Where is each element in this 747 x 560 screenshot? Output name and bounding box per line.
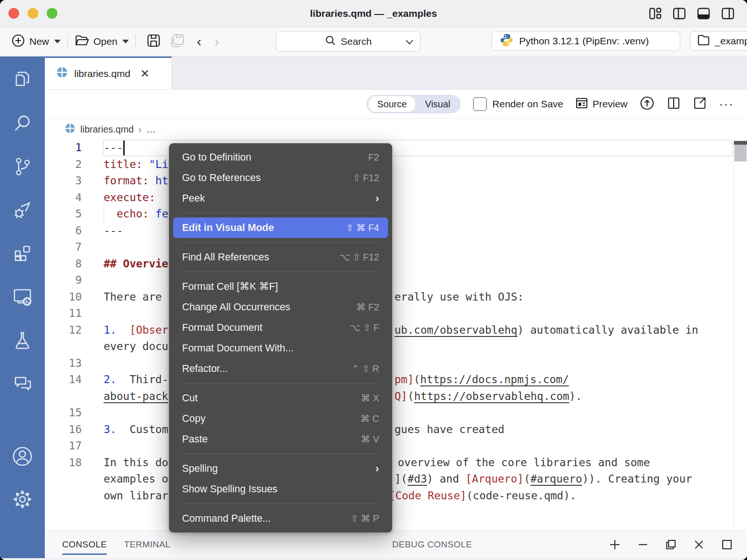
- menu-item-copy[interactable]: Copy⌘ C: [173, 408, 388, 429]
- breadcrumb-file[interactable]: libraries.qmd: [80, 124, 134, 135]
- code-segment: 1.: [104, 324, 117, 336]
- more-actions-icon[interactable]: ···: [719, 97, 734, 112]
- code-row[interactable]: 18In this dooverview of the core librari…: [45, 455, 747, 471]
- code-row[interactable]: 142. Third-pm](https://docs.npmjs.com/: [45, 371, 747, 388]
- circle-plus-icon: [11, 34, 25, 50]
- maximize-panel-icon[interactable]: [721, 539, 733, 551]
- visual-mode-button[interactable]: Visual: [416, 96, 459, 112]
- source-mode-button[interactable]: Source: [368, 96, 416, 112]
- render-publish-icon[interactable]: [640, 96, 655, 112]
- split-editor-icon[interactable]: [667, 96, 681, 112]
- code-row[interactable]: 2title: "Li: [45, 156, 747, 173]
- menu-item-go-to-references[interactable]: Go to References⇧ F12: [173, 168, 388, 188]
- code-row[interactable]: 9: [45, 272, 747, 289]
- code-row[interactable]: 5 echo: fe: [45, 206, 747, 223]
- minimize-panel-icon[interactable]: [637, 539, 649, 551]
- save-button[interactable]: [142, 33, 165, 50]
- toggle-secondary-sidebar-icon[interactable]: [721, 7, 735, 21]
- code-row[interactable]: 13: [45, 355, 747, 372]
- code-row[interactable]: about-packQ](https://observablehq.com).: [45, 388, 747, 405]
- code-editor[interactable]: 1---2title: "Li3format: ht4execute:5 ech…: [45, 140, 747, 531]
- new-button[interactable]: New: [11, 34, 61, 50]
- navigate-back-button[interactable]: ‹: [190, 35, 208, 49]
- global-search-input[interactable]: Search: [276, 31, 421, 52]
- code-row[interactable]: 121. [Obserub.com/observablehq) automati…: [45, 322, 747, 339]
- panel-tab-console[interactable]: CONSOLE: [62, 531, 107, 558]
- menu-item-format-cell-k-f[interactable]: Format Cell [⌘K ⌘F]: [173, 276, 388, 297]
- toggle-panel-icon[interactable]: [697, 7, 711, 21]
- menu-item-label: Cut: [182, 392, 361, 404]
- plus-icon[interactable]: [609, 539, 621, 551]
- comments-icon[interactable]: [10, 371, 35, 396]
- line-number: 8: [45, 256, 82, 273]
- code-row[interactable]: 17: [45, 438, 747, 455]
- run-debug-icon[interactable]: [10, 198, 35, 222]
- breadcrumb[interactable]: libraries.qmd › …: [45, 119, 747, 140]
- restore-panel-icon[interactable]: [665, 539, 677, 551]
- settings-gear-icon[interactable]: [10, 487, 35, 511]
- code-row[interactable]: 3format: ht: [45, 173, 747, 189]
- menu-item-paste[interactable]: Paste⌘ V: [173, 429, 388, 449]
- customize-layout-icon[interactable]: [648, 7, 662, 21]
- explorer-icon[interactable]: [10, 68, 35, 92]
- code-row[interactable]: 10There are erally use with OJS:: [45, 289, 747, 306]
- testing-icon[interactable]: [10, 328, 35, 352]
- navigate-forward-button[interactable]: ›: [208, 35, 226, 49]
- code-row[interactable]: examples o](#d3) and [Arquero](#arquero)…: [45, 471, 747, 488]
- menu-item-cut[interactable]: Cut⌘ X: [173, 388, 388, 408]
- toggle-sidebar-icon[interactable]: [672, 7, 686, 21]
- code-row[interactable]: own librar[Code Reuse](code-reuse.qmd).: [45, 488, 747, 504]
- code-row[interactable]: 15: [45, 405, 747, 421]
- menu-item-find-all-references[interactable]: Find All References⌥ ⇧ F12: [173, 247, 388, 267]
- code-row[interactable]: 163. Customgues have created: [45, 421, 747, 438]
- preview-button[interactable]: Preview: [575, 97, 627, 112]
- menu-item-go-to-definition[interactable]: Go to DefinitionF2: [173, 147, 388, 168]
- menu-item-edit-in-visual-mode[interactable]: Edit in Visual Mode⇧ ⌘ F4: [173, 217, 388, 238]
- menu-item-change-all-occurrences[interactable]: Change All Occurrences⌘ F2: [173, 297, 388, 317]
- workspace-selector[interactable]: _examples: [690, 31, 747, 51]
- source-control-icon[interactable]: [10, 154, 35, 179]
- code-segment: examples o: [104, 473, 168, 485]
- code-row[interactable]: 1---: [45, 140, 747, 156]
- close-icon[interactable]: ✕: [140, 67, 149, 80]
- code-row[interactable]: 4execute:: [45, 189, 747, 206]
- scrollbar-thumb[interactable]: [734, 145, 747, 161]
- open-in-new-window-icon[interactable]: [693, 96, 707, 112]
- code-segment: ).: [569, 388, 582, 405]
- menu-item-label: Format Cell [⌘K ⌘F]: [182, 280, 379, 293]
- render-on-save-checkbox[interactable]: [473, 97, 487, 111]
- code-row[interactable]: 11: [45, 305, 747, 322]
- panel-tab-debug-console[interactable]: DEBUG CONSOLE: [392, 531, 472, 558]
- menu-item-shortcut: ⌥ ⇧ F12: [339, 252, 379, 263]
- menu-item-refactor[interactable]: Refactor...⌃ ⇧ R: [173, 358, 388, 379]
- menu-item-label: Go to References: [182, 172, 352, 184]
- menu-item-format-document[interactable]: Format Document⌥ ⇧ F: [173, 317, 388, 338]
- editor-tab-bar: libraries.qmd ✕: [45, 56, 747, 90]
- open-button[interactable]: Open: [74, 34, 129, 50]
- account-icon[interactable]: [10, 444, 35, 469]
- panel-tab-terminal[interactable]: TERMINAL: [124, 531, 170, 558]
- tab-libraries-qmd[interactable]: libraries.qmd ✕: [45, 56, 172, 89]
- menu-item-peek[interactable]: Peek›: [173, 188, 388, 209]
- code-row[interactable]: 7: [45, 239, 747, 256]
- interpreter-selector[interactable]: Python 3.12.1 (PipEnv: .venv): [492, 31, 680, 51]
- code-segment: [149, 208, 155, 220]
- search-icon[interactable]: [10, 111, 35, 135]
- code-segment: fe: [155, 208, 169, 220]
- code-row[interactable]: 6---: [45, 223, 747, 239]
- remote-sessions-icon[interactable]: [10, 285, 35, 309]
- menu-item-show-spelling-issues[interactable]: Show Spelling Issues: [173, 479, 388, 499]
- save-all-button[interactable]: [165, 33, 190, 50]
- extensions-icon[interactable]: [10, 241, 35, 266]
- code-row[interactable]: every docu: [45, 338, 747, 355]
- code-row[interactable]: 8## Overvie: [45, 256, 747, 273]
- line-number: 2: [45, 156, 82, 173]
- menu-item-spelling[interactable]: Spelling›: [173, 458, 388, 479]
- breadcrumb-more[interactable]: …: [146, 124, 155, 135]
- menu-item-format-document-with[interactable]: Format Document With...: [173, 338, 388, 358]
- menu-item-command-palette[interactable]: Command Palette...⇧ ⌘ P: [173, 508, 388, 529]
- preview-icon: [575, 97, 588, 112]
- close-panel-icon[interactable]: [693, 539, 705, 551]
- code-segment: In this do: [104, 456, 168, 469]
- line-number: 7: [45, 239, 82, 256]
